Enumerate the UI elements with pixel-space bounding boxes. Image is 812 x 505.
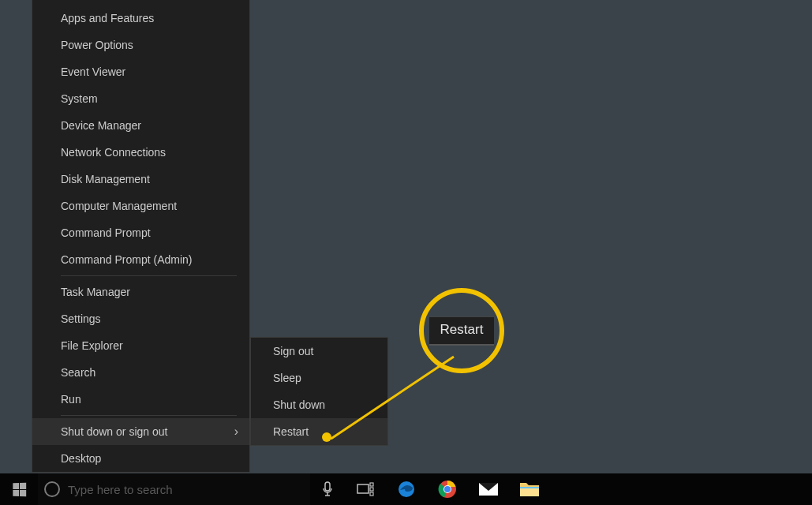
menu-power-options[interactable]: Power Options <box>32 32 249 58</box>
menu-disk-management[interactable]: Disk Management <box>32 166 249 193</box>
taskbar-search[interactable]: Type here to search <box>38 473 310 505</box>
menu-desktop[interactable]: Desktop <box>32 445 249 472</box>
folder-icon <box>519 481 540 498</box>
start-button[interactable] <box>0 473 38 505</box>
menu-search[interactable]: Search <box>32 359 249 386</box>
menu-computer-management[interactable]: Computer Management <box>32 193 249 219</box>
label: Shut down <box>273 398 325 411</box>
menu-shut-down-or-sign-out[interactable]: Shut down or sign out <box>32 418 249 445</box>
task-view-button[interactable] <box>345 473 386 505</box>
label: Device Manager <box>61 119 141 132</box>
label: Power Options <box>61 39 133 51</box>
svg-rect-1 <box>325 482 330 491</box>
label: File Explorer <box>61 339 123 352</box>
menu-divider <box>61 415 237 416</box>
edge-icon <box>397 480 416 499</box>
label: Sign out <box>273 345 313 357</box>
task-view-icon <box>357 482 374 496</box>
menu-system[interactable]: System <box>32 85 249 112</box>
cortana-mic-button[interactable] <box>310 473 345 505</box>
label: Command Prompt (Admin) <box>61 253 193 266</box>
label: Settings <box>61 312 101 325</box>
label: Shut down or sign out <box>61 425 167 438</box>
taskbar-app-file-explorer[interactable] <box>509 473 550 505</box>
svg-point-11 <box>444 486 451 492</box>
search-placeholder: Type here to search <box>68 483 173 496</box>
submenu-shut-down[interactable]: Shut down <box>251 391 387 418</box>
menu-command-prompt-admin[interactable]: Command Prompt (Admin) <box>32 246 249 273</box>
menu-divider <box>61 275 237 276</box>
svg-rect-6 <box>370 488 373 491</box>
desktop: Apps and Features Power Options Event Vi… <box>0 0 812 505</box>
search-icon <box>44 481 60 497</box>
label: Run <box>61 393 81 406</box>
submenu-sleep[interactable]: Sleep <box>251 365 387 391</box>
submenu-sign-out[interactable]: Sign out <box>251 338 387 365</box>
label: Sleep <box>273 372 301 384</box>
menu-device-manager[interactable]: Device Manager <box>32 112 249 139</box>
taskbar: Type here to search <box>0 473 812 505</box>
mail-icon <box>478 481 499 497</box>
label: Event Viewer <box>61 65 125 78</box>
taskbar-app-edge[interactable] <box>386 473 427 505</box>
submenu-restart[interactable]: Restart <box>251 418 387 445</box>
menu-settings[interactable]: Settings <box>32 305 249 332</box>
svg-rect-14 <box>520 487 539 488</box>
svg-rect-7 <box>370 492 373 496</box>
taskbar-app-mail[interactable] <box>468 473 509 505</box>
label: Restart <box>273 425 309 438</box>
menu-run[interactable]: Run <box>32 386 249 413</box>
svg-rect-4 <box>357 484 369 493</box>
label: Computer Management <box>61 200 177 212</box>
taskbar-app-chrome[interactable] <box>427 473 468 505</box>
chrome-icon <box>438 480 457 499</box>
label: Disk Management <box>61 173 150 185</box>
shutdown-submenu: Sign out Sleep Shut down Restart <box>250 337 388 446</box>
annotation-circle: Restart <box>419 288 504 373</box>
label: Desktop <box>61 452 101 465</box>
annotation-label: Restart <box>429 316 495 346</box>
menu-apps-and-features[interactable]: Apps and Features <box>32 5 249 32</box>
menu-task-manager[interactable]: Task Manager <box>32 279 249 305</box>
menu-event-viewer[interactable]: Event Viewer <box>32 58 249 85</box>
menu-command-prompt[interactable]: Command Prompt <box>32 219 249 246</box>
label: Command Prompt <box>61 226 151 239</box>
label: Apps and Features <box>61 12 154 24</box>
label: System <box>61 92 98 105</box>
svg-rect-5 <box>370 483 373 486</box>
label: Search <box>61 366 95 379</box>
menu-network-connections[interactable]: Network Connections <box>32 139 249 166</box>
winx-menu: Apps and Features Power Options Event Vi… <box>32 0 250 473</box>
label: Task Manager <box>61 286 130 298</box>
microphone-icon <box>322 481 333 497</box>
windows-logo-icon <box>13 482 26 496</box>
menu-file-explorer[interactable]: File Explorer <box>32 332 249 359</box>
label: Network Connections <box>61 146 166 159</box>
